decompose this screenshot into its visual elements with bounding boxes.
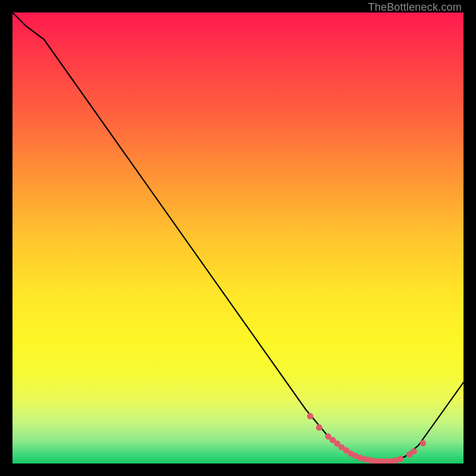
watermark-text: TheBottleneck.com <box>368 1 462 14</box>
marker-layer <box>307 413 426 464</box>
curve-layer <box>12 12 464 461</box>
marker-dot <box>397 456 404 462</box>
chart-svg <box>12 12 464 464</box>
marker-dot <box>420 440 427 447</box>
marker-dot <box>307 413 314 419</box>
bottleneck-curve <box>12 12 464 461</box>
marker-dot <box>316 424 322 431</box>
marker-dot <box>411 448 417 455</box>
plot-area <box>12 12 464 464</box>
chart-frame: TheBottleneck.com <box>0 0 476 476</box>
